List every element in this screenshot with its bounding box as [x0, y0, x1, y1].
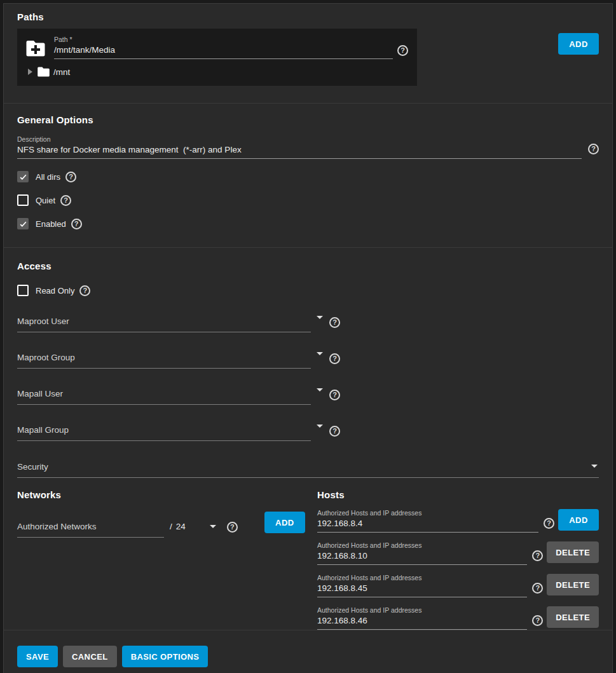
enabled-label: Enabled: [36, 219, 66, 229]
description-field[interactable]: Description NFS share for Docker media m…: [17, 135, 582, 159]
mapall-user-label: Mapall User: [17, 389, 63, 398]
folder-icon: [38, 67, 50, 77]
maproot-group-label: Maproot Group: [17, 353, 75, 362]
checkbox-row-all-dirs[interactable]: All dirs ?: [17, 171, 599, 182]
read-only-checkbox[interactable]: [17, 285, 29, 296]
expand-arrow-icon[interactable]: [28, 69, 32, 75]
host-field-1[interactable]: Authorized Hosts and IP addresses 192.16…: [317, 509, 538, 533]
host-add-button[interactable]: ADD: [558, 509, 599, 531]
mapall-group-select[interactable]: Mapall Group: [17, 424, 311, 441]
checkbox-row-read-only[interactable]: Read Only ?: [17, 285, 599, 296]
dropdown-arrow-icon[interactable]: [317, 388, 323, 391]
section-divider: [4, 103, 612, 104]
mapall-group-label: Mapall Group: [17, 425, 69, 435]
enabled-help-icon[interactable]: ?: [71, 219, 82, 229]
authorized-networks-input[interactable]: Authorized Networks: [17, 520, 164, 538]
security-label: Security: [17, 462, 48, 472]
basic-options-button[interactable]: BASIC OPTIONS: [122, 646, 209, 667]
path-help-icon[interactable]: ?: [397, 45, 408, 56]
host-field-value[interactable]: 192.168.8.10: [317, 551, 527, 561]
dropdown-arrow-icon[interactable]: [317, 352, 323, 355]
host-field-value[interactable]: 192.168.8.4: [317, 519, 538, 528]
tree-node-label: /mnt: [53, 67, 70, 77]
section-access: Access Read Only ? Maproot User ? Maproo…: [17, 261, 599, 478]
read-only-help-icon[interactable]: ?: [79, 285, 90, 296]
maproot-group-select[interactable]: Maproot Group: [17, 351, 311, 369]
network-add-button[interactable]: ADD: [264, 512, 305, 533]
dropdown-arrow-icon[interactable]: [210, 525, 216, 528]
dropdown-arrow-icon[interactable]: [591, 465, 598, 468]
host-field-label: Authorized Hosts and IP addresses: [317, 541, 527, 549]
section-hosts: Hosts Authorized Hosts and IP addresses …: [317, 489, 599, 630]
network-help-icon[interactable]: ?: [227, 522, 238, 533]
quiet-help-icon[interactable]: ?: [60, 195, 71, 206]
section-general-options: General Options Description NFS share fo…: [17, 114, 599, 229]
nfs-share-form: Paths Path * /mnt/tank/Media ?: [3, 3, 613, 673]
host-field-label: Authorized Hosts and IP addresses: [317, 606, 527, 614]
section-divider: [4, 247, 612, 248]
cidr-select[interactable]: 24: [176, 522, 216, 531]
host-delete-button[interactable]: DELETE: [547, 541, 599, 563]
maproot-user-select[interactable]: Maproot User: [17, 315, 311, 332]
mapall-user-row: Mapall User ?: [17, 388, 599, 405]
all-dirs-help-icon[interactable]: ?: [65, 172, 76, 182]
host-row: Authorized Hosts and IP addresses 192.16…: [317, 541, 599, 565]
maproot-user-help-icon[interactable]: ?: [329, 317, 340, 328]
quiet-label: Quiet: [36, 196, 55, 205]
host-field-2[interactable]: Authorized Hosts and IP addresses 192.16…: [317, 541, 527, 565]
host-field-value[interactable]: 192.168.8.46: [317, 616, 527, 625]
maproot-group-help-icon[interactable]: ?: [329, 353, 340, 364]
dropdown-arrow-icon[interactable]: [317, 316, 323, 319]
description-value[interactable]: NFS share for Docker media management (*…: [17, 145, 582, 154]
checkbox-row-quiet[interactable]: Quiet ?: [17, 194, 599, 206]
access-heading: Access: [17, 261, 599, 271]
host-delete-button[interactable]: DELETE: [547, 574, 599, 595]
authorized-network-row: Authorized Networks / 24 ? ADD: [17, 512, 317, 538]
host-help-icon[interactable]: ?: [532, 583, 543, 594]
all-dirs-label: All dirs: [36, 172, 60, 182]
security-select[interactable]: Security: [17, 461, 599, 478]
host-row: Authorized Hosts and IP addresses 192.16…: [317, 574, 599, 597]
host-field-value[interactable]: 192.168.8.45: [317, 583, 527, 593]
networks-heading: Networks: [17, 489, 317, 500]
all-dirs-checkbox[interactable]: [17, 171, 29, 182]
path-field[interactable]: Path * /mnt/tank/Media: [54, 36, 393, 59]
cidr-value: 24: [176, 522, 186, 531]
mapall-group-help-icon[interactable]: ?: [329, 426, 340, 437]
security-row: Security: [17, 461, 599, 478]
networks-hosts-columns: Networks Authorized Networks / 24 ? ADD …: [17, 489, 599, 630]
host-field-3[interactable]: Authorized Hosts and IP addresses 192.16…: [317, 574, 527, 597]
host-field-4[interactable]: Authorized Hosts and IP addresses 192.16…: [317, 606, 527, 630]
maproot-group-row: Maproot Group ?: [17, 351, 599, 369]
host-help-icon[interactable]: ?: [532, 550, 543, 561]
host-delete-button[interactable]: DELETE: [547, 606, 599, 628]
description-help-icon[interactable]: ?: [588, 144, 599, 154]
cidr-separator: /: [170, 522, 172, 531]
host-help-icon[interactable]: ?: [532, 615, 543, 626]
add-folder-icon[interactable]: [26, 40, 45, 57]
section-paths: Paths Path * /mnt/tank/Media ?: [17, 11, 599, 86]
general-options-heading: General Options: [17, 114, 599, 125]
host-field-label: Authorized Hosts and IP addresses: [317, 574, 527, 581]
dropdown-arrow-icon[interactable]: [317, 425, 323, 428]
path-field-label: Path *: [54, 36, 393, 43]
enabled-checkbox[interactable]: [17, 218, 29, 229]
maproot-user-row: Maproot User ?: [17, 315, 599, 332]
paths-add-button[interactable]: ADD: [558, 33, 599, 55]
mapall-user-help-icon[interactable]: ?: [329, 390, 340, 400]
description-label: Description: [17, 135, 582, 143]
path-field-value[interactable]: /mnt/tank/Media: [54, 45, 393, 55]
tree-node-mnt[interactable]: /mnt: [26, 67, 408, 77]
cancel-button[interactable]: CANCEL: [63, 646, 117, 667]
save-button[interactable]: SAVE: [17, 646, 58, 667]
mapall-user-select[interactable]: Mapall User: [17, 388, 311, 405]
host-row: Authorized Hosts and IP addresses 192.16…: [317, 509, 599, 533]
authorized-networks-label: Authorized Networks: [17, 522, 97, 531]
host-field-label: Authorized Hosts and IP addresses: [317, 509, 538, 517]
host-row: Authorized Hosts and IP addresses 192.16…: [317, 606, 599, 630]
path-explorer-panel: Path * /mnt/tank/Media ? /mnt: [17, 29, 417, 86]
checkbox-row-enabled[interactable]: Enabled ?: [17, 218, 599, 229]
section-networks: Networks Authorized Networks / 24 ? ADD: [17, 489, 317, 630]
host-help-icon[interactable]: ?: [544, 518, 554, 529]
quiet-checkbox[interactable]: [17, 194, 29, 206]
